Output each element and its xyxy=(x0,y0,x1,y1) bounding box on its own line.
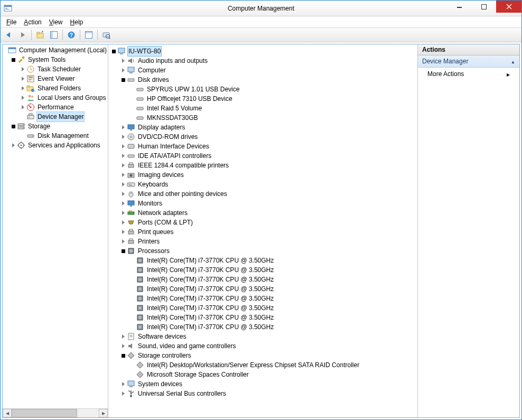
expand-icon[interactable] xyxy=(120,181,126,188)
expand-icon[interactable] xyxy=(120,134,126,140)
actions-section[interactable]: Device Manager xyxy=(418,55,519,68)
expand-icon[interactable] xyxy=(120,333,126,340)
device-ide[interactable]: IDE ATA/ATAPI controllers xyxy=(109,151,417,161)
tree-system-tools[interactable]: System Tools xyxy=(4,55,108,64)
device-disk-drives[interactable]: Disk drives xyxy=(109,75,417,85)
collapse-icon[interactable] xyxy=(120,248,126,254)
scroll-track[interactable] xyxy=(12,409,99,417)
device-usb[interactable]: Universal Serial Bus controllers xyxy=(109,389,417,398)
collapse-icon[interactable] xyxy=(10,123,16,129)
device-printq[interactable]: Print queues xyxy=(109,227,417,237)
device-cpu-item[interactable]: Intel(R) Core(TM) i7-3770K CPU @ 3.50GHz xyxy=(109,322,417,332)
device-hid[interactable]: Human Interface Devices xyxy=(109,142,417,151)
tree-shared-folders[interactable]: Shared Folders xyxy=(4,83,108,93)
tree-performance[interactable]: Performance xyxy=(4,102,108,112)
expand-icon[interactable] xyxy=(20,85,26,91)
device-cpu-item[interactable]: Intel(R) Core(TM) i7-3770K CPU @ 3.50GHz xyxy=(109,275,417,284)
device-computer[interactable]: Computer xyxy=(109,66,417,75)
device-system[interactable]: System devices xyxy=(109,379,417,389)
collapse-icon[interactable] xyxy=(120,352,126,359)
device-cpu-item[interactable]: Intel(R) Core(TM) i7-3770K CPU @ 3.50GHz xyxy=(109,294,417,303)
device-monitors[interactable]: Monitors xyxy=(109,199,417,208)
expand-icon[interactable] xyxy=(120,200,126,207)
actions-more[interactable]: More Actions xyxy=(418,68,519,80)
device-disk-item[interactable]: HP Officejet 7310 USB Device xyxy=(109,94,417,104)
expand-icon[interactable] xyxy=(20,76,26,82)
device-software[interactable]: Software devices xyxy=(109,332,417,341)
expand-icon[interactable] xyxy=(120,162,126,169)
collapse-icon[interactable] xyxy=(120,77,126,83)
tree-services-apps[interactable]: Services and Applications xyxy=(4,141,108,150)
device-storage-item[interactable]: Microsoft Storage Spaces Controller xyxy=(109,370,417,379)
scroll-left-button[interactable]: ◀ xyxy=(3,409,12,417)
device-network[interactable]: Network adapters xyxy=(109,208,417,218)
tree-device-manager[interactable]: Device Manager xyxy=(4,112,108,122)
device-printers[interactable]: Printers xyxy=(109,237,417,246)
expand-icon[interactable] xyxy=(120,381,126,387)
device-cpu-item[interactable]: Intel(R) Core(TM) i7-3770K CPU @ 3.50GHz xyxy=(109,284,417,294)
device-storage-controllers[interactable]: Storage controllers xyxy=(109,351,417,360)
menu-view[interactable]: View xyxy=(46,18,66,26)
expand-icon[interactable] xyxy=(120,153,126,159)
expand-icon[interactable] xyxy=(120,238,126,245)
device-storage-item[interactable]: Intel(R) Desktop/Workstation/Server Expr… xyxy=(109,360,417,370)
menu-file[interactable]: File xyxy=(3,18,20,26)
scroll-right-button[interactable]: ▶ xyxy=(99,409,108,417)
menu-action[interactable]: Action xyxy=(21,18,44,26)
device-ieee[interactable]: IEEE 1284.4 compatible printers xyxy=(109,161,417,170)
expand-icon[interactable] xyxy=(120,143,126,150)
device-disk-item[interactable]: SPYRUS UPW 1.01 USB Device xyxy=(109,85,417,94)
expand-icon[interactable] xyxy=(120,343,126,349)
device-cpu-item[interactable]: Intel(R) Core(TM) i7-3770K CPU @ 3.50GHz xyxy=(109,313,417,322)
help-button[interactable]: ? xyxy=(65,29,78,41)
expand-icon[interactable] xyxy=(120,210,126,216)
device-cpu-item[interactable]: Intel(R) Core(TM) i7-3770K CPU @ 3.50GHz xyxy=(109,256,417,265)
tree-event-viewer[interactable]: Event Viewer xyxy=(4,74,108,83)
scan-button[interactable] xyxy=(100,29,113,41)
back-button[interactable] xyxy=(3,29,15,41)
device-disk-item[interactable]: MKNSSDAT30GB xyxy=(109,113,417,123)
expand-icon[interactable] xyxy=(120,67,126,73)
device-keyboards[interactable]: Keyboards xyxy=(109,180,417,189)
collapse-icon[interactable] xyxy=(110,48,117,54)
device-cpu-item[interactable]: Intel(R) Core(TM) i7-3770K CPU @ 3.50GHz xyxy=(109,265,417,275)
device-disk-item[interactable]: Intel Raid 5 Volume xyxy=(109,104,417,113)
show-hide-tree-button[interactable] xyxy=(48,29,60,41)
expand-icon[interactable] xyxy=(120,172,126,178)
menu-help[interactable]: Help xyxy=(67,18,87,26)
scroll-thumb[interactable] xyxy=(12,409,77,417)
device-mice[interactable]: Mice and other pointing devices xyxy=(109,189,417,199)
expand-icon[interactable] xyxy=(120,191,126,197)
expand-icon[interactable] xyxy=(120,229,126,235)
up-button[interactable] xyxy=(34,29,46,41)
device-tree[interactable]: IU-WTG-80 Audio inputs and outputs Compu… xyxy=(108,45,417,399)
horizontal-scrollbar[interactable]: ◀ ▶ xyxy=(3,408,108,417)
expand-icon[interactable] xyxy=(120,58,126,64)
expand-icon[interactable] xyxy=(20,95,26,101)
device-sound[interactable]: Sound, video and game controllers xyxy=(109,341,417,351)
device-audio[interactable]: Audio inputs and outputs xyxy=(109,56,417,66)
device-display[interactable]: Display adapters xyxy=(109,123,417,132)
tree-task-scheduler[interactable]: Task Scheduler xyxy=(4,64,108,74)
expand-icon[interactable] xyxy=(20,104,26,110)
tree-local-users[interactable]: Local Users and Groups xyxy=(4,93,108,102)
tree-disk-management[interactable]: Disk Management xyxy=(4,131,108,141)
collapse-icon[interactable] xyxy=(10,57,16,63)
device-imaging[interactable]: Imaging devices xyxy=(109,170,417,180)
expand-icon[interactable] xyxy=(120,219,126,226)
device-ports[interactable]: Ports (COM & LPT) xyxy=(109,218,417,227)
tree-root[interactable]: Computer Management (Local) xyxy=(4,45,108,55)
minimize-button[interactable] xyxy=(448,1,472,13)
maximize-button[interactable] xyxy=(472,1,496,13)
expand-icon[interactable] xyxy=(10,142,16,148)
device-dvd[interactable]: DVD/CD-ROM drives xyxy=(109,132,417,142)
expand-icon[interactable] xyxy=(20,66,26,72)
close-button[interactable] xyxy=(496,1,521,13)
forward-button[interactable] xyxy=(16,29,29,41)
expand-icon[interactable] xyxy=(120,390,126,397)
device-cpu-item[interactable]: Intel(R) Core(TM) i7-3770K CPU @ 3.50GHz xyxy=(109,303,417,313)
device-processors[interactable]: Processors xyxy=(109,246,417,256)
properties-button[interactable] xyxy=(82,29,95,41)
console-tree[interactable]: Computer Management (Local) System Tools… xyxy=(3,44,108,151)
expand-icon[interactable] xyxy=(120,124,126,130)
